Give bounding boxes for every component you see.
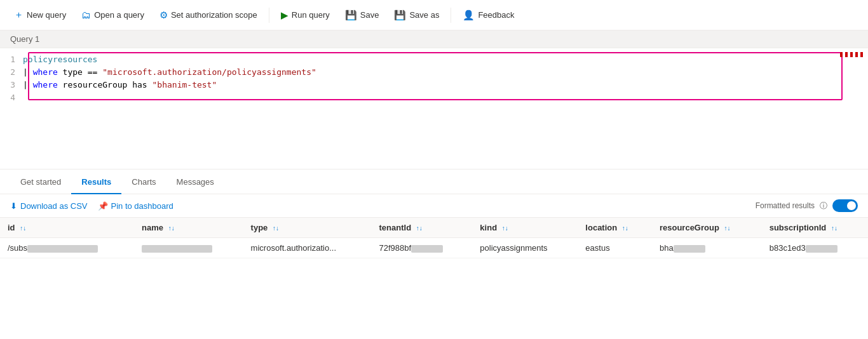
cell-resourcegroup: bha████ [652,238,762,258]
code-line-1: 1 policyresources [0,53,868,66]
formatted-results-toggle[interactable] [832,199,858,212]
line-number-1: 1 [0,53,23,66]
col-header-resourcegroup[interactable]: resourceGroup ↑↓ [652,218,762,238]
col-header-subscriptionid[interactable]: subscriptionId ↑↓ [762,218,868,238]
results-area: Get started Results Charts Messages ⬇ Do… [0,170,868,258]
table-row: /subs████████████ ████████████ microsoft… [0,238,868,258]
divider-1 [269,8,269,23]
pin-dashboard-button[interactable]: 📌 Pin to dashboard [98,201,173,211]
code-line-2: 2 | where type == "microsoft.authorizati… [0,66,868,79]
tab-charts[interactable]: Charts [121,170,166,194]
results-toolbar-right: Formatted results ⓘ [756,199,858,212]
results-toolbar-left: ⬇ Download as CSV 📌 Pin to dashboard [10,201,173,211]
tab-messages[interactable]: Messages [166,170,224,194]
line-content-1: policyresources [23,53,868,66]
divider-2 [451,8,451,23]
feedback-button[interactable]: 👤 Feedback [456,6,520,25]
download-icon: ⬇ [10,201,17,211]
info-icon: ⓘ [820,201,827,211]
save-button[interactable]: 💾 Save [339,6,386,25]
set-auth-button[interactable]: ⚙ Set authorization scope [153,6,264,25]
col-header-type[interactable]: type ↑↓ [243,218,372,238]
open-query-button[interactable]: 🗂 Open a query [75,6,151,24]
download-csv-button[interactable]: ⬇ Download as CSV [10,201,88,211]
gear-icon: ⚙ [159,10,168,21]
results-toolbar: ⬇ Download as CSV 📌 Pin to dashboard For… [0,194,868,218]
run-icon: ▶ [281,10,288,21]
cell-location: eastus [578,238,652,258]
plus-icon: ＋ [14,9,24,21]
line-content-4 [23,91,868,104]
line-number-3: 3 [0,79,23,91]
query-area: Query 1 1 policyresources 2 | where type… [0,30,868,170]
results-table: id ↑↓ name ↑↓ type ↑↓ tenantId ↑↓ kind ↑… [0,218,868,258]
cell-tenantid: 72f988bf████ [372,238,473,258]
results-table-container[interactable]: id ↑↓ name ↑↓ type ↑↓ tenantId ↑↓ kind ↑… [0,218,868,258]
query-tab-title: Query 1 [0,30,868,48]
error-indicator [840,52,865,57]
pin-icon: 📌 [98,201,108,211]
tab-get-started[interactable]: Get started [10,170,71,194]
code-line-3: 3 | where resourceGroup has "bhanim-test… [0,79,868,91]
cell-id: /subs████████████ [0,238,134,258]
feedback-icon: 👤 [463,10,475,21]
toolbar: ＋ New query 🗂 Open a query ⚙ Set authori… [0,0,868,30]
col-header-location[interactable]: location ↑↓ [578,218,652,238]
save-icon: 💾 [345,10,357,21]
line-content-2: | where type == "microsoft.authorization… [23,66,868,79]
code-editor[interactable]: 1 policyresources 2 | where type == "mic… [0,48,868,169]
line-content-3: | where resourceGroup has "bhanim-test" [23,79,868,91]
table-header-row: id ↑↓ name ↑↓ type ↑↓ tenantId ↑↓ kind ↑… [0,218,868,238]
tabs-bar: Get started Results Charts Messages [0,170,868,194]
tab-results[interactable]: Results [71,170,121,194]
cell-subscriptionid: b83c1ed3████ [762,238,868,258]
col-header-tenantid[interactable]: tenantId ↑↓ [372,218,473,238]
col-header-name[interactable]: name ↑↓ [134,218,243,238]
col-header-id[interactable]: id ↑↓ [0,218,134,238]
cell-type: microsoft.authorizatio... [243,238,372,258]
new-query-button[interactable]: ＋ New query [8,5,72,25]
line-number-4: 4 [0,91,23,104]
folder-icon: 🗂 [81,10,91,20]
save-as-icon: 💾 [394,10,406,21]
line-number-2: 2 [0,66,23,79]
code-line-4: 4 [0,91,868,104]
formatted-results-label: Formatted results [756,201,815,210]
col-header-kind[interactable]: kind ↑↓ [472,218,578,238]
run-query-button[interactable]: ▶ Run query [275,6,336,25]
cell-kind: policyassignments [472,238,578,258]
save-as-button[interactable]: 💾 Save as [388,6,445,25]
cell-name: ████████████ [134,238,243,258]
